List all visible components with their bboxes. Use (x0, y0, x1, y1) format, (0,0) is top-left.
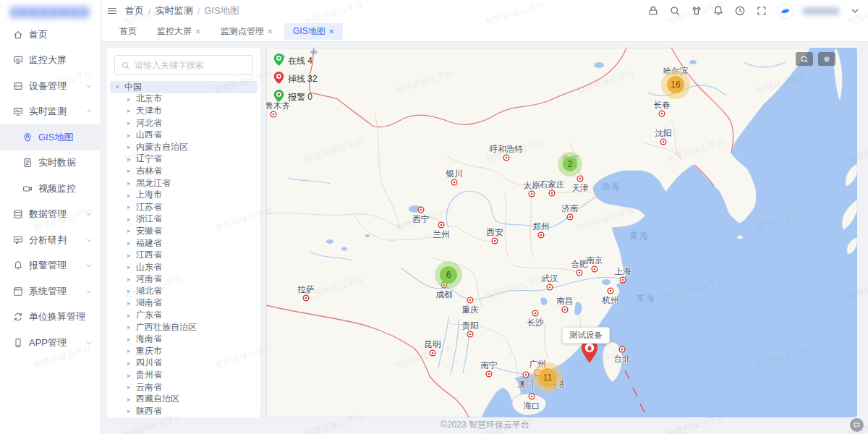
tree-node-13[interactable]: ▸江西省 (110, 249, 258, 261)
caret-right-icon[interactable]: ▸ (127, 336, 136, 343)
tree-node-25[interactable]: ▸西藏自治区 (110, 393, 258, 405)
tree-node-9[interactable]: ▸江苏省 (110, 201, 258, 213)
sidebar-item-1[interactable]: 监控大屏 (0, 48, 101, 74)
caret-right-icon[interactable]: ▸ (127, 107, 136, 114)
tree-node-5[interactable]: ▸辽宁省 (110, 153, 258, 166)
caret-right-icon[interactable]: ▸ (127, 276, 136, 283)
user-chevron-down-icon[interactable] (849, 5, 861, 17)
caret-right-icon[interactable]: ▸ (127, 396, 136, 403)
map-gear-button[interactable] (818, 52, 835, 66)
caret-right-icon[interactable]: ▸ (127, 132, 136, 139)
caret-right-icon[interactable]: ▸ (127, 156, 136, 163)
search-input[interactable] (135, 60, 247, 70)
caret-right-icon[interactable]: ▸ (127, 203, 136, 210)
sidebar-item-11[interactable]: 单位换算管理 (0, 305, 101, 331)
gis-map[interactable]: 乌鲁木齐哈尔滨长春沈阳呼和浩特北京银川太原石家庄天津济南西宁兰州西安郑州合肥南京… (266, 48, 857, 417)
tree-node-7[interactable]: ▸黑龙江省 (110, 177, 258, 190)
map-search-button[interactable] (796, 52, 813, 66)
sidebar-item-0[interactable]: 首页 (0, 22, 101, 48)
tree-node-26[interactable]: ▸陕西省 (110, 405, 258, 417)
caret-right-icon[interactable]: ▸ (127, 312, 136, 319)
hamburger-icon[interactable] (106, 5, 118, 17)
tree-node-21[interactable]: ▸重庆市 (110, 345, 258, 357)
caret-right-icon[interactable]: ▸ (127, 167, 136, 174)
tree-node-18[interactable]: ▸广东省 (110, 309, 258, 321)
tree-node-19[interactable]: ▸广西壮族自治区 (110, 321, 258, 333)
caret-right-icon[interactable]: ▸ (127, 192, 136, 199)
bell-icon[interactable] (712, 5, 724, 17)
search-icon[interactable] (669, 5, 681, 17)
caret-right-icon[interactable]: ▸ (127, 323, 136, 331)
tree-node-24[interactable]: ▸云南省 (110, 381, 258, 393)
tree-node-20[interactable]: ▸海南省 (110, 333, 258, 345)
tree-node-3[interactable]: ▸山西省 (110, 129, 258, 141)
sidebar-item-8[interactable]: 分析研判 (0, 227, 101, 253)
tree-node-10[interactable]: ▸浙江省 (110, 213, 258, 226)
tree-node-label: 福建省 (136, 237, 162, 250)
caret-right-icon[interactable]: ▸ (127, 216, 136, 223)
tab-1[interactable]: 监控大屏× (148, 23, 209, 40)
tree-node-15[interactable]: ▸河南省 (110, 273, 258, 286)
cluster-marker-16[interactable]: 16 (667, 76, 684, 93)
tab-close-icon[interactable]: × (195, 27, 200, 36)
caret-right-icon[interactable]: ▸ (127, 227, 136, 234)
caret-right-icon[interactable]: ▸ (127, 179, 136, 187)
sidebar-item-4[interactable]: GIS地图 (0, 124, 101, 150)
tab-close-icon[interactable]: × (329, 27, 334, 36)
tree-node-1[interactable]: ▸天津市 (110, 105, 258, 117)
sidebar-item-5[interactable]: 实时数据 (0, 150, 101, 176)
caret-right-icon[interactable]: ▸ (127, 299, 136, 307)
caret-right-icon[interactable]: ▸ (127, 252, 136, 259)
fullscreen-icon[interactable] (756, 5, 767, 17)
tab-0[interactable]: 首页 (111, 23, 145, 40)
tab-2[interactable]: 监测点管理× (212, 23, 281, 40)
lock-icon[interactable] (647, 5, 659, 17)
caret-right-icon[interactable]: ▸ (127, 359, 136, 367)
cluster-marker-2[interactable]: 2 (563, 157, 577, 171)
theme-shirt-icon[interactable] (691, 5, 702, 17)
clock-icon[interactable] (734, 5, 746, 17)
caret-right-icon[interactable]: ▸ (127, 119, 136, 127)
caret-right-icon[interactable]: ▸ (127, 407, 136, 414)
cluster-marker-11[interactable]: 11 (538, 368, 557, 387)
tree-node-22[interactable]: ▸四川省 (110, 357, 258, 370)
city-label: 广州 (529, 359, 546, 370)
caret-right-icon[interactable]: ▸ (127, 372, 136, 379)
caret-right-icon[interactable]: ▸ (127, 239, 136, 247)
chat-bubble-button[interactable] (850, 418, 864, 432)
tree-node-label: 安徽省 (136, 225, 162, 237)
breadcrumb-item-1[interactable]: 实时监测 (156, 4, 193, 17)
alarm-bell-icon (13, 260, 23, 271)
tree-node-11[interactable]: ▸安徽省 (110, 225, 258, 237)
caret-right-icon[interactable]: ▸ (127, 347, 136, 354)
sidebar-item-3[interactable]: 实时监测 (0, 99, 101, 125)
caret-right-icon[interactable]: ▸ (127, 263, 136, 271)
sidebar-item-10[interactable]: 系统管理 (0, 278, 101, 305)
tree-node-6[interactable]: ▸吉林省 (110, 165, 258, 177)
tree-node-23[interactable]: ▸贵州省 (110, 369, 258, 381)
sidebar-item-2[interactable]: 设备管理 (0, 73, 101, 99)
tree-node-17[interactable]: ▸湖南省 (110, 297, 258, 310)
tree-node-8[interactable]: ▸上海市 (110, 189, 258, 201)
caret-right-icon[interactable]: ▸ (127, 95, 136, 103)
caret-right-icon[interactable]: ▸ (127, 287, 136, 294)
sidebar-item-7[interactable]: 数据管理 (0, 202, 101, 228)
breadcrumb-item-0[interactable]: 首页 (125, 4, 144, 17)
sidebar-item-12[interactable]: APP管理 (0, 330, 101, 356)
caret-right-icon[interactable]: ▸ (127, 383, 136, 391)
caret-down-icon[interactable]: ▾ (116, 83, 124, 90)
sidebar-item-9[interactable]: 报警管理 (0, 253, 101, 279)
caret-right-icon[interactable]: ▸ (127, 143, 136, 150)
tree-node-0[interactable]: ▸北京市 (110, 93, 258, 106)
user-avatar[interactable] (778, 4, 793, 19)
tree-node-16[interactable]: ▸湖北省 (110, 285, 258, 297)
tab-3[interactable]: GIS地图× (284, 23, 343, 40)
tree-node-root[interactable]: ▾中国 (110, 81, 258, 93)
tree-node-14[interactable]: ▸山东省 (110, 261, 258, 273)
sidebar-item-6[interactable]: 视频监控 (0, 176, 101, 202)
tree-node-4[interactable]: ▸内蒙古自治区 (110, 141, 258, 153)
tree-node-12[interactable]: ▸福建省 (110, 237, 258, 250)
tree-node-2[interactable]: ▸河北省 (110, 117, 258, 129)
tab-close-icon[interactable]: × (268, 27, 273, 36)
cluster-marker-6[interactable]: 6 (440, 266, 457, 284)
